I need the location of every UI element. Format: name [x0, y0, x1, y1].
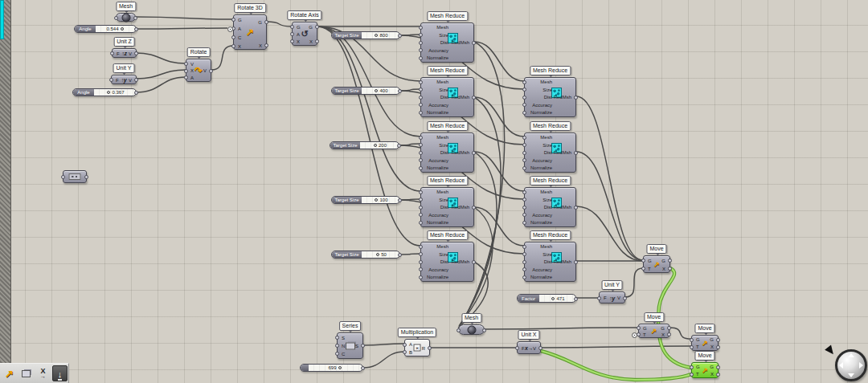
output-nub-V[interactable]: [623, 296, 627, 300]
input-nub-X[interactable]: [184, 69, 188, 73]
output-nub-V[interactable]: [134, 51, 138, 55]
input-nub-Size[interactable]: [419, 88, 423, 92]
output-nub-G[interactable]: [315, 25, 319, 29]
factor-slider[interactable]: Factor471: [517, 294, 576, 303]
mesh-reduce-9[interactable]: MeshSizeDistAccuracyNormalizeRedMsh: [524, 242, 576, 282]
output-nub-V[interactable]: [209, 69, 213, 73]
input-nub-Size[interactable]: [419, 198, 423, 202]
slider-track[interactable]: 200: [360, 142, 399, 149]
output-nub-G[interactable]: [668, 259, 672, 263]
slider-knob[interactable]: [375, 198, 378, 202]
slider-track[interactable]: 0.544: [96, 26, 136, 32]
output-nub-RedMsh[interactable]: [472, 260, 476, 264]
input-nub-A[interactable]: [403, 343, 407, 347]
input-nub-C[interactable]: [335, 352, 339, 356]
input-nub-Accuracy[interactable]: [419, 267, 423, 271]
rotate-axis[interactable]: ↺GAXGX: [292, 22, 317, 46]
input-nub-V[interactable]: [184, 62, 188, 66]
slider-output-nub[interactable]: [574, 297, 578, 301]
unit-x[interactable]: x→FV: [517, 341, 541, 354]
slider-knob[interactable]: [338, 366, 342, 369]
angle-slider-1[interactable]: Angle0.544: [74, 25, 137, 33]
slider-output-nub[interactable]: [398, 89, 402, 93]
input-nub-Accuracy[interactable]: [522, 267, 526, 271]
input-nub-G[interactable]: [641, 259, 645, 263]
input-nub[interactable]: [61, 175, 65, 179]
angle-slider-2[interactable]: Angle0.367: [72, 88, 137, 96]
mesh-reduce-7[interactable]: MeshSizeDistAccuracyNormalizeRedMsh: [524, 132, 576, 173]
mesh-reduce-4[interactable]: MeshSizeDistAccuracyNormalizeRedMsh: [420, 187, 474, 227]
series[interactable]: SNCS: [337, 332, 363, 359]
mesh-param-top[interactable]: [116, 13, 136, 22]
output-nub[interactable]: [84, 175, 88, 179]
slider-knob[interactable]: [375, 89, 378, 92]
input-nub-F[interactable]: [109, 78, 113, 82]
output-nub-X[interactable]: [315, 39, 319, 43]
input-nub-Dist[interactable]: [419, 206, 423, 210]
input-nub-Mesh[interactable]: [522, 80, 526, 84]
input-nub-A[interactable]: [290, 32, 294, 36]
input-nub-Size[interactable]: [522, 252, 526, 256]
output-nub-V[interactable]: [134, 78, 138, 82]
output-nub-RedMsh[interactable]: [574, 151, 578, 155]
input-nub-Size[interactable]: [419, 252, 423, 256]
slider-output-nub[interactable]: [134, 91, 138, 95]
slider-track[interactable]: 50: [362, 251, 399, 258]
input-nub-Dist[interactable]: [522, 260, 526, 264]
group-tool-button[interactable]: [18, 365, 34, 381]
input-nub[interactable]: [114, 16, 118, 20]
slider-track[interactable]: 400: [362, 88, 399, 94]
slider-knob[interactable]: [551, 297, 555, 300]
target-size-slider-400[interactable]: Target Size400: [331, 87, 400, 95]
slider-track[interactable]: 699: [309, 365, 362, 371]
input-nub[interactable]: [457, 328, 461, 332]
input-nub-Accuracy[interactable]: [419, 103, 423, 107]
output-nub-RedMsh[interactable]: [574, 206, 578, 210]
unit-y-1[interactable]: ↑yFV: [111, 75, 137, 84]
output-nub-V[interactable]: [538, 346, 542, 350]
target-size-slider-800[interactable]: Target Size800: [331, 31, 400, 39]
input-nub-G[interactable]: [637, 326, 641, 330]
slider-output-nub[interactable]: [398, 34, 402, 38]
mesh-reduce-5[interactable]: MeshSizeDistAccuracyNormalizeRedMsh: [420, 242, 474, 282]
input-nub-G[interactable]: [690, 365, 694, 369]
input-nub-G[interactable]: [290, 25, 294, 29]
slider-track[interactable]: 800: [362, 32, 399, 39]
unit-x-tool-button[interactable]: X→: [35, 365, 51, 381]
input-nub-F[interactable]: [110, 51, 114, 55]
input-nub-N[interactable]: [335, 344, 339, 348]
slider-knob[interactable]: [376, 253, 379, 256]
rotate[interactable]: ↷VXAV: [186, 59, 211, 82]
input-nub-A[interactable]: [184, 75, 188, 79]
output-nub-RedMsh[interactable]: [574, 96, 578, 100]
unit-z[interactable]: ↑zFV: [112, 48, 137, 58]
input-nub-Accuracy[interactable]: [522, 213, 526, 217]
input-nub-Size[interactable]: [419, 143, 423, 147]
input-nub-Mesh[interactable]: [419, 80, 423, 84]
output-nub-R[interactable]: [428, 346, 432, 350]
output-nub-RedMsh[interactable]: [472, 41, 476, 45]
unit-y-2[interactable]: ↑yFV: [599, 291, 625, 304]
input-nub-Mesh[interactable]: [522, 190, 526, 194]
canvas-navigation-ball[interactable]: [835, 349, 867, 381]
output-nub-RedMsh[interactable]: [472, 96, 476, 100]
input-expression-badge[interactable]: [227, 26, 233, 32]
mesh-reduce-3[interactable]: MeshSizeDistAccuracyNormalizeRedMsh: [420, 132, 474, 173]
input-nub-Normalize[interactable]: [419, 166, 423, 170]
input-nub-Mesh[interactable]: [522, 136, 526, 140]
input-nub-G[interactable]: [231, 18, 235, 22]
input-nub-Dist[interactable]: [522, 151, 526, 155]
slider-output-nub[interactable]: [398, 253, 402, 257]
anchor-tool-button[interactable]: ↓: [52, 365, 68, 381]
input-expression-badge[interactable]: [632, 332, 637, 338]
input-nub-T[interactable]: [690, 345, 694, 349]
input-nub-Size[interactable]: [419, 33, 423, 37]
input-nub-Accuracy[interactable]: [419, 158, 423, 162]
move-2[interactable]: ↗GTGX: [638, 324, 669, 338]
input-nub-Mesh[interactable]: [419, 245, 423, 249]
input-nub-Dist[interactable]: [522, 96, 526, 100]
mesh-reduce-2[interactable]: MeshSizeDistAccuracyNormalizeRedMsh: [420, 77, 474, 117]
number-slider-699[interactable]: 699: [300, 364, 363, 372]
output-nub-G[interactable]: [716, 365, 720, 369]
slider-output-nub[interactable]: [398, 198, 402, 202]
